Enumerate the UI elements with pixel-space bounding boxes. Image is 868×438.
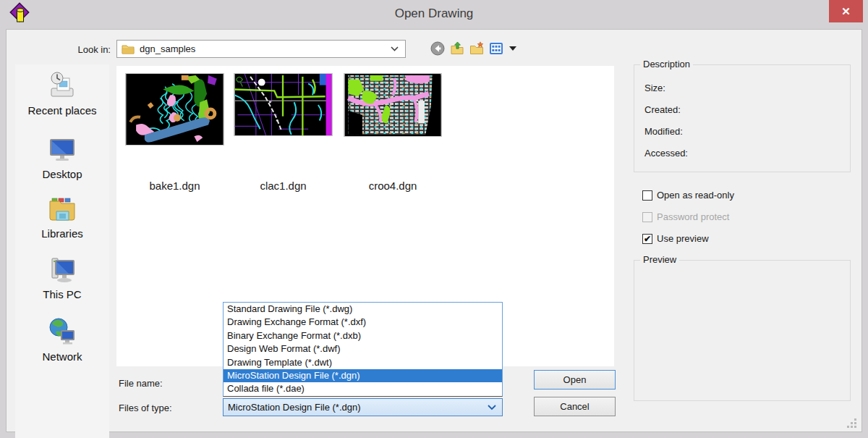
recent-places-icon <box>46 70 78 102</box>
sidebar-item-this-pc[interactable]: This PC <box>15 254 109 300</box>
back-icon[interactable] <box>430 41 445 56</box>
filetype-option[interactable]: Binary Exchange Format (*.dxb) <box>224 329 502 342</box>
folder-icon <box>122 44 135 54</box>
filetype-option[interactable]: MicroStation Design File (*.dgn) <box>224 369 502 382</box>
accessed-field-label: Accessed: <box>644 148 688 159</box>
resize-grip[interactable] <box>847 418 857 429</box>
sidebar-item-desktop[interactable]: Desktop <box>15 134 109 180</box>
up-one-level-icon[interactable] <box>450 41 464 56</box>
file-thumbnail-croo4 <box>344 73 442 137</box>
file-thumbnail-clac1 <box>234 73 333 136</box>
file-name-label: bake1.dgn <box>125 180 224 192</box>
use-preview-checkbox[interactable]: ✔ Use preview <box>642 232 709 245</box>
sidebar-item-recent-places[interactable]: Recent places <box>15 70 109 117</box>
files-of-type-dropdown-list: Standard Drawing File (*.dwg) Drawing Ex… <box>223 302 503 397</box>
file-thumbnail-bake1 <box>125 73 224 146</box>
checkbox-box <box>642 212 652 222</box>
new-folder-icon[interactable] <box>469 41 484 56</box>
this-pc-icon <box>46 254 78 286</box>
preview-legend: Preview <box>640 254 679 265</box>
size-field-label: Size: <box>644 83 665 93</box>
filetype-option[interactable]: Design Web Format (*.dwf) <box>224 342 502 355</box>
filetype-option[interactable]: Drawing Template (*.dwt) <box>224 356 502 369</box>
files-of-type-combobox[interactable]: MicroStation Design File (*.dgn) <box>223 398 503 416</box>
open-drawing-dialog: Open Drawing ✕ Look in: dgn_samples <box>0 0 868 438</box>
checkbox-box <box>642 190 652 201</box>
file-item-bake1[interactable]: bake1.dgn <box>125 73 224 196</box>
file-name-label: clac1.dgn <box>234 180 333 192</box>
chevron-down-icon <box>391 46 399 51</box>
dialog-toolbar <box>430 41 516 56</box>
files-of-type-row-label: Files of type: <box>119 403 172 413</box>
look-in-label: Look in: <box>63 44 111 55</box>
file-name-row-label: File name: <box>119 378 163 389</box>
views-menu-caret-icon[interactable] <box>509 46 516 51</box>
libraries-icon <box>46 193 78 225</box>
file-name-label: croo4.dgn <box>344 180 442 192</box>
network-icon <box>46 316 78 348</box>
desktop-icon <box>46 134 78 166</box>
title-bar: Open Drawing ✕ <box>0 0 868 29</box>
files-of-type-value: MicroStation Design File (*.dgn) <box>228 402 488 413</box>
filetype-option[interactable]: Collada file (*.dae) <box>224 382 502 395</box>
look-in-combobox[interactable]: dgn_samples <box>116 40 406 58</box>
description-groupbox: Description Size: Created: Modified: Acc… <box>634 64 851 172</box>
look-in-value: dgn_samples <box>140 43 391 54</box>
file-item-clac1[interactable]: clac1.dgn <box>234 73 333 196</box>
modified-field-label: Modified: <box>644 126 683 137</box>
password-protect-checkbox: Password protect <box>642 211 729 223</box>
views-menu-icon[interactable] <box>489 41 503 56</box>
checkbox-box: ✔ <box>642 234 652 244</box>
dialog-title: Open Drawing <box>0 7 868 21</box>
places-bar: Recent places Desktop <box>15 64 109 438</box>
preview-groupbox: Preview <box>634 260 851 401</box>
open-as-read-only-checkbox[interactable]: Open as read-only <box>642 189 734 201</box>
sidebar-item-libraries[interactable]: Libraries <box>15 193 109 240</box>
open-button[interactable]: Open <box>534 370 616 389</box>
dialog-body: Look in: dgn_samples <box>6 29 862 432</box>
close-button[interactable]: ✕ <box>829 0 863 22</box>
sidebar-item-network[interactable]: Network <box>15 316 109 363</box>
filetype-option[interactable]: Standard Drawing File (*.dwg) <box>224 303 502 316</box>
cancel-button[interactable]: Cancel <box>534 397 616 416</box>
file-item-croo4[interactable]: croo4.dgn <box>344 73 442 196</box>
chevron-down-icon <box>488 405 496 410</box>
filetype-option[interactable]: Drawing Exchange Format (*.dxf) <box>224 316 502 329</box>
description-legend: Description <box>640 59 693 70</box>
created-field-label: Created: <box>644 104 681 115</box>
